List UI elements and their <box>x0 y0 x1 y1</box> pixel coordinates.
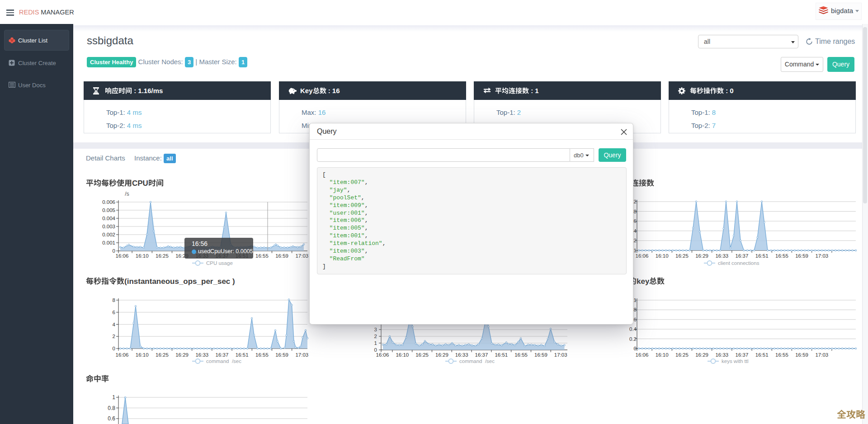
svg-text:0.005: 0.005 <box>102 207 115 213</box>
svg-text:16:59: 16:59 <box>275 352 288 358</box>
svg-text:16:10: 16:10 <box>656 352 669 358</box>
svg-text:16:25: 16:25 <box>415 352 429 358</box>
svg-text:keys with ttl: keys with ttl <box>722 358 748 364</box>
svg-text:/s: /s <box>125 191 129 197</box>
svg-text:16:06: 16:06 <box>636 352 649 358</box>
svg-text:16:37: 16:37 <box>736 253 749 259</box>
svg-text:16:06: 16:06 <box>116 352 129 358</box>
svg-text:1: 1 <box>112 394 115 400</box>
svg-text:16:25: 16:25 <box>156 352 169 358</box>
svg-text:0.003: 0.003 <box>102 224 115 229</box>
svg-text:6: 6 <box>113 310 115 315</box>
svg-text:16:51: 16:51 <box>755 352 769 358</box>
svg-text:16:33: 16:33 <box>715 253 728 259</box>
svg-text:4: 4 <box>113 322 116 327</box>
svg-text:command /sec: command /sec <box>206 358 241 364</box>
svg-text:17:03: 17:03 <box>554 352 567 358</box>
svg-text:16:55: 16:55 <box>775 352 788 358</box>
svg-text:0: 0 <box>113 346 115 351</box>
svg-text:0.002: 0.002 <box>102 232 115 237</box>
svg-text:17:03: 17:03 <box>295 352 308 358</box>
svg-text:16:06: 16:06 <box>636 253 649 259</box>
svg-text:0.001: 0.001 <box>102 240 115 245</box>
svg-text:client connections: client connections <box>718 260 760 266</box>
svg-text:8: 8 <box>113 297 115 303</box>
svg-text:16:33: 16:33 <box>715 352 728 358</box>
svg-text:16:55: 16:55 <box>775 253 788 259</box>
svg-text:0.006: 0.006 <box>102 199 115 205</box>
svg-text:16:37: 16:37 <box>736 352 749 358</box>
svg-text:16:29: 16:29 <box>435 352 448 358</box>
svg-text:16:29: 16:29 <box>695 253 708 259</box>
svg-text:16:59: 16:59 <box>795 352 808 358</box>
svg-text:16:33: 16:33 <box>455 352 468 358</box>
svg-text:0: 0 <box>113 248 115 254</box>
svg-text:16:06: 16:06 <box>116 253 129 259</box>
svg-text:17:03: 17:03 <box>815 253 828 259</box>
svg-text:17:03: 17:03 <box>295 253 308 259</box>
svg-text:1: 1 <box>374 340 377 346</box>
svg-text:16:55: 16:55 <box>255 253 269 259</box>
svg-text:17:03: 17:03 <box>815 352 828 358</box>
svg-text:16:51: 16:51 <box>755 253 769 259</box>
svg-text:16:37: 16:37 <box>475 352 488 358</box>
svg-text:16:10: 16:10 <box>396 352 409 358</box>
svg-text:16:10: 16:10 <box>656 253 669 259</box>
svg-text:command /sec: command /sec <box>459 358 495 364</box>
svg-text:16:25: 16:25 <box>675 352 689 358</box>
svg-text:16:59: 16:59 <box>275 253 288 259</box>
svg-text:16:29: 16:29 <box>175 352 189 358</box>
svg-text:0.6: 0.6 <box>108 415 115 422</box>
svg-text:16:59: 16:59 <box>795 253 808 259</box>
svg-text:2: 2 <box>374 334 377 339</box>
svg-text:16:10: 16:10 <box>136 352 149 358</box>
svg-text:2: 2 <box>113 334 115 339</box>
svg-text:16:51: 16:51 <box>495 352 508 358</box>
svg-text:16:29: 16:29 <box>695 352 708 358</box>
svg-text:16:06: 16:06 <box>376 352 389 358</box>
svg-text:16:25: 16:25 <box>675 253 689 259</box>
svg-text:16:33: 16:33 <box>195 352 208 358</box>
svg-text:16:51: 16:51 <box>236 352 249 358</box>
svg-text:16:59: 16:59 <box>534 352 547 358</box>
svg-text:CPU usage: CPU usage <box>206 260 233 266</box>
svg-text:16:55: 16:55 <box>255 352 269 358</box>
svg-text:16:55: 16:55 <box>514 352 528 358</box>
svg-text:0.004: 0.004 <box>102 216 115 221</box>
svg-text:16:25: 16:25 <box>156 253 169 259</box>
svg-text:16:37: 16:37 <box>216 352 229 358</box>
svg-text:16:10: 16:10 <box>136 253 149 259</box>
svg-text:0.8: 0.8 <box>108 405 115 411</box>
svg-text:3: 3 <box>374 327 377 332</box>
